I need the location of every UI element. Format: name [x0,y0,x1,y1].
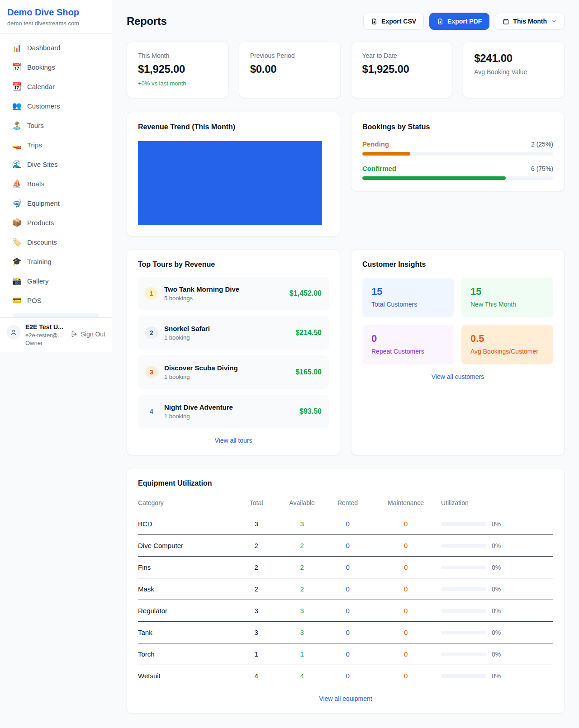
panel-title: Revenue Trend (This Month) [138,123,329,131]
utilization-pct: 0% [492,651,501,658]
panel-title: Bookings by Status [362,123,553,131]
sidebar-item-calendar[interactable]: 📆 Calendar [5,77,106,96]
sidebar-item-pos[interactable]: 💳 POS [5,291,106,310]
products-icon: 📦 [12,218,22,227]
col-header-maintenance: Maintenance [370,494,441,513]
sidebar-item-dive-sites[interactable]: 🌊 Dive Sites [5,155,106,174]
calendar-icon: 📆 [12,82,22,91]
cell-available: 3 [279,513,325,535]
utilization-track [441,609,486,613]
cell-rented: 0 [325,622,370,643]
status-label: Confirmed [362,165,396,172]
cell-total: 2 [233,578,279,600]
sidebar: Demo Dive Shop demo.test.divestreams.com… [0,0,112,352]
sidebar-item-equipment[interactable]: 🤿 Equipment [5,194,106,213]
view-all-tours-link[interactable]: View all tours [138,437,329,444]
sidebar-item-label: Calendar [27,83,55,90]
stat-value: $0.00 [250,63,329,76]
export-csv-button[interactable]: Export CSV [363,13,424,30]
stat-label: Year to Date [362,52,441,59]
cell-maintenance: 0 [370,643,441,665]
tile-label: Total Customers [371,301,445,308]
page-title: Reports [127,15,167,28]
sidebar-item-customers[interactable]: 👥 Customers [5,96,106,116]
period-dropdown[interactable]: This Month [495,13,565,30]
user-name: E2E Test U... [25,323,66,331]
rank-badge: 2 [145,326,158,339]
cell-total: 3 [233,622,279,643]
cell-category: Regulator [138,600,233,622]
person-icon [10,329,17,336]
tour-list: 1 Two Tank Morning Dive 5 bookings $1,45… [138,277,329,428]
view-all-equipment-link[interactable]: View all equipment [138,695,553,702]
sidebar-item-training[interactable]: 🎓 Training [5,252,106,271]
sign-out-button[interactable]: Sign Out [71,331,105,338]
table-row: Wetsuit 4 4 0 0 0% [138,665,553,687]
cell-rented: 0 [325,535,370,557]
sidebar-item-dashboard[interactable]: 📊 Dashboard [5,38,106,57]
sidebar-item-label: Equipment [27,199,60,207]
stat-card-avg-booking-value: $241.00 Avg Booking Value [463,42,565,98]
tour-bookings: 1 booking [164,373,289,380]
pos-icon: 💳 [12,296,22,305]
shop-header: Demo Dive Shop demo.test.divestreams.com [0,0,112,33]
trips-icon: 🚤 [12,140,22,150]
cell-rented: 0 [325,665,370,687]
sidebar-item-tours[interactable]: 🏝️ Tours [5,116,106,135]
tour-name: Discover Scuba Diving [164,364,289,372]
cell-total: 2 [233,557,279,578]
tile-total-customers: 15 Total Customers [362,278,454,317]
sidebar-item-gallery[interactable]: 📸 Gallery [5,271,106,291]
sidebar-item-trips[interactable]: 🚤 Trips [5,135,106,155]
revenue-bar [138,141,322,225]
tour-name: Night Dive Adventure [164,403,293,411]
cell-available: 2 [279,557,325,578]
sidebar-item-label: POS [27,297,42,304]
calendar-icon [503,18,509,25]
sidebar-item-boats[interactable]: ⛵ Boats [5,174,106,194]
cell-category: Wetsuit [138,665,233,687]
stat-card-this-month: This Month $1,925.00 +0% vs last month [127,42,228,98]
tile-value: 15 [371,286,445,298]
panel-title: Equipment Utilization [138,479,553,487]
progress-track [362,152,553,156]
stat-delta: +0% vs last month [138,80,217,87]
sidebar-item-products[interactable]: 📦 Products [5,213,106,232]
cell-available: 1 [279,643,325,665]
insight-tiles: 15 Total Customers 15 New This Month 0 R… [362,278,553,364]
sidebar-item-bookings[interactable]: 📅 Bookings [5,57,106,77]
sidebar-item-label: Training [27,258,52,265]
tour-meta: Discover Scuba Diving 1 booking [164,364,289,380]
view-all-customers-link[interactable]: View all customers [362,373,553,380]
export-csv-label: Export CSV [381,18,416,25]
top-tours-panel: Top Tours by Revenue 1 Two Tank Morning … [127,249,340,455]
page-header: Reports Export CSV Export PDF This Month [127,13,565,30]
col-header-rented: Rented [325,494,370,513]
table-row: Mask 2 2 0 0 0% [138,578,553,600]
sidebar-item-discounts[interactable]: 🏷️ Discounts [5,232,106,252]
rank-badge: 1 [145,287,158,300]
rank-badge: 4 [145,405,158,418]
revenue-trend-panel: Revenue Trend (This Month) [127,112,340,236]
tour-meta: Two Tank Morning Dive 5 bookings [164,285,283,302]
sidebar-item-active-partial[interactable] [13,313,99,317]
equipment-icon: 🤿 [12,199,22,208]
user-role: Owner [25,340,66,346]
tour-meta: Night Dive Adventure 1 booking [164,403,293,420]
cell-total: 3 [233,513,279,535]
equipment-utilization-panel: Equipment Utilization Category Total Ava… [127,468,565,714]
charts-row: Revenue Trend (This Month) Bookings by S… [127,112,565,236]
sidebar-item-label: Customers [27,102,60,110]
dive-sites-icon: 🌊 [12,160,22,169]
boats-icon: ⛵ [12,179,22,189]
cell-category: Fins [138,557,233,578]
tile-value: 0.5 [470,333,544,345]
tour-list-item: 2 Snorkel Safari 1 booking $214.50 [138,316,329,350]
progress-fill-confirmed [362,176,506,180]
sign-out-icon [71,331,78,338]
cell-available: 3 [279,600,325,622]
bookings-icon: 📅 [12,62,22,72]
export-pdf-button[interactable]: Export PDF [429,13,489,30]
tile-label: Avg Bookings/Customer [470,348,544,355]
cell-maintenance: 0 [370,557,441,578]
